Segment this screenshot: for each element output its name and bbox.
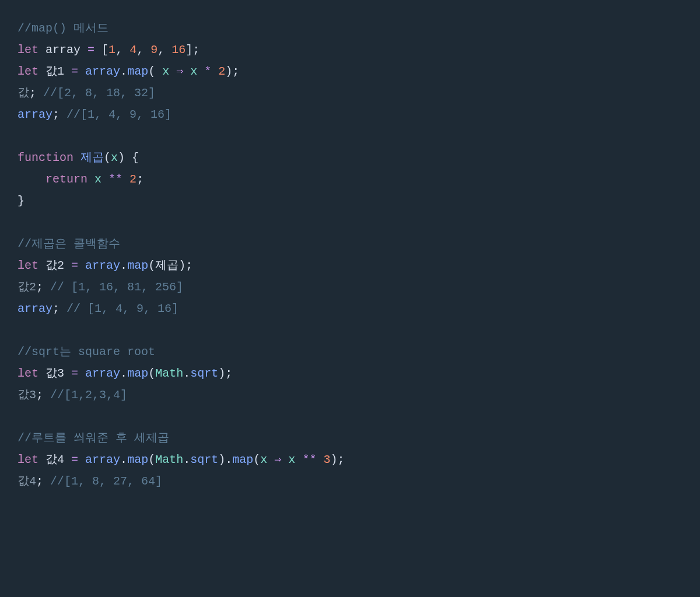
semicolon: ; — [36, 388, 43, 402]
method-map: map — [127, 65, 148, 78]
operator-power: ** — [108, 173, 123, 186]
paren-close: ) — [218, 453, 225, 466]
comment-result: //[2, 8, 18, 32] — [43, 86, 155, 100]
semicolon: ; — [225, 367, 232, 380]
comma: , — [136, 43, 144, 57]
paren-close: ) — [330, 453, 337, 466]
variable-array-ref: array — [85, 65, 120, 78]
method-sqrt: sqrt — [190, 367, 218, 380]
operator-power: ** — [302, 453, 316, 466]
paren-close: ) — [218, 367, 225, 380]
number-literal: 2 — [218, 65, 225, 78]
comma: , — [158, 43, 164, 57]
operator-equals: = — [88, 43, 94, 57]
semicolon: ; — [36, 475, 43, 488]
comment-result: //[1,2,3,4] — [50, 388, 127, 402]
callback-square: 제곱 — [155, 259, 178, 272]
number-literal: 1 — [108, 43, 116, 57]
number-literal: 9 — [150, 43, 158, 57]
method-map: map — [127, 453, 148, 466]
variable-array-ref: array — [85, 367, 120, 380]
operator-equals: = — [71, 259, 78, 272]
code-editor[interactable]: //map() 메서드 let array = [1, 4, 9, 16]; l… — [18, 17, 682, 492]
comment-line: //map() 메서드 — [18, 22, 108, 35]
dot: . — [183, 453, 190, 466]
bracket-close: ] — [186, 43, 192, 57]
param-x: x — [190, 65, 197, 78]
paren-open: ( — [104, 151, 111, 164]
variable-val1: 값1 — [46, 65, 64, 78]
keyword-function: function — [18, 151, 74, 164]
paren-open: ( — [148, 367, 155, 380]
comment-result: //[1, 4, 9, 16] — [66, 108, 172, 121]
dot: . — [225, 453, 232, 466]
operator-multiply: * — [204, 65, 211, 78]
semicolon: ; — [337, 453, 344, 466]
dot: . — [120, 65, 127, 78]
dot: . — [120, 367, 127, 380]
paren-close: ) — [225, 65, 232, 78]
comment-result: // [1, 4, 9, 16] — [66, 302, 178, 315]
keyword-let: let — [18, 367, 38, 380]
variable-val4-ref: 값4 — [18, 475, 36, 488]
semicolon: ; — [52, 108, 60, 121]
paren-open: ( — [148, 453, 155, 466]
keyword-let: let — [18, 453, 38, 466]
variable-array-ref: array — [85, 453, 120, 466]
param-x: x — [94, 173, 102, 186]
paren-open: ( — [148, 259, 155, 272]
variable-array-ref: array — [18, 302, 52, 315]
operator-equals: = — [71, 65, 78, 78]
param-x: x — [260, 453, 267, 466]
brace-close: } — [18, 194, 24, 208]
operator-equals: = — [71, 453, 78, 466]
variable-val3: 값3 — [46, 367, 64, 380]
class-math: Math — [155, 453, 183, 466]
method-map: map — [127, 367, 148, 380]
semicolon: ; — [192, 43, 200, 57]
param-x: x — [162, 65, 169, 78]
param-x: x — [288, 453, 295, 466]
semicolon: ; — [36, 280, 43, 294]
arrow-operator: ⇒ — [176, 65, 183, 78]
semicolon: ; — [29, 86, 36, 100]
number-literal: 3 — [323, 453, 330, 466]
paren-close: ) — [118, 151, 125, 164]
variable-val: 값 — [18, 86, 29, 100]
function-name-square: 제곱 — [80, 151, 104, 164]
bracket-open: [ — [102, 43, 108, 57]
semicolon: ; — [52, 302, 60, 315]
keyword-let: let — [18, 259, 38, 272]
operator-equals: = — [71, 367, 78, 380]
variable-val4: 값4 — [46, 453, 64, 466]
variable-val2-ref: 값2 — [18, 280, 36, 294]
method-map: map — [232, 453, 253, 466]
comment-line: //sqrt는 square root — [18, 345, 155, 359]
comment-result: // [1, 16, 81, 256] — [50, 280, 183, 294]
class-math: Math — [155, 367, 183, 380]
keyword-let: let — [18, 65, 38, 78]
number-literal: 2 — [130, 173, 136, 186]
arrow-operator: ⇒ — [274, 453, 281, 466]
method-sqrt: sqrt — [190, 453, 218, 466]
paren-open: ( — [148, 65, 155, 78]
method-map: map — [127, 259, 148, 272]
variable-array-ref: array — [85, 259, 120, 272]
keyword-return: return — [46, 173, 88, 186]
variable-val2: 값2 — [46, 259, 64, 272]
param-x: x — [111, 151, 118, 164]
semicolon: ; — [136, 173, 144, 186]
variable-array-ref: array — [18, 108, 52, 121]
semicolon: ; — [232, 65, 239, 78]
paren-open: ( — [253, 453, 260, 466]
variable-array: array — [46, 43, 80, 57]
comma: , — [116, 43, 123, 57]
number-literal: 16 — [172, 43, 186, 57]
dot: . — [120, 453, 127, 466]
variable-val3-ref: 값3 — [18, 388, 36, 402]
keyword-let: let — [18, 43, 38, 57]
comment-result: //[1, 8, 27, 64] — [50, 475, 162, 488]
dot: . — [183, 367, 190, 380]
brace-open: { — [132, 151, 139, 164]
comment-line: //루트를 씌워준 후 세제곱 — [18, 431, 169, 445]
